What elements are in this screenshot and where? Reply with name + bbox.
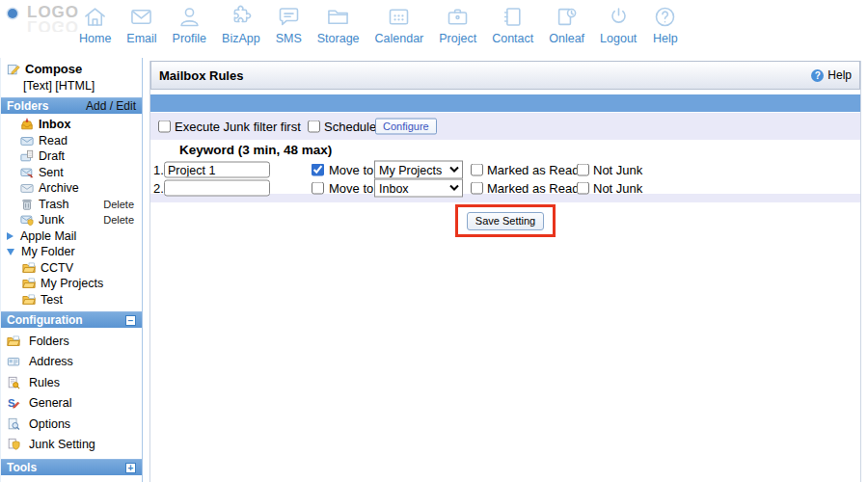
tools-header-title: Tools <box>7 461 37 474</box>
nav-item-project[interactable]: Project <box>437 4 478 45</box>
sidebar-item-cctv[interactable]: CCTV <box>1 260 142 277</box>
nav-label: Contact <box>492 32 533 45</box>
folder-mail-icon <box>22 261 36 275</box>
keyword-input-1[interactable] <box>164 162 270 178</box>
execute-junk-filter-checkbox[interactable] <box>158 120 171 133</box>
folder-label: Trash <box>39 198 69 211</box>
folders-list: Inbox Read Draft Sent Archive Trash Dele… <box>1 114 142 311</box>
delete-trash-link[interactable]: Delete <box>103 199 134 210</box>
nav-item-home[interactable]: Home <box>77 4 113 45</box>
folders-header-title: Folders <box>7 99 48 113</box>
folder-select-2[interactable]: Inbox <box>374 179 463 198</box>
nav-label: Profile <box>173 32 206 45</box>
nav-item-contact[interactable]: Contact <box>490 4 535 45</box>
nav-item-email[interactable]: Email <box>124 4 158 45</box>
sidebar-item-my-folder[interactable]: My Folder <box>1 244 142 260</box>
nav-label: BizApp <box>222 32 260 45</box>
rule-number: 1. <box>153 163 164 177</box>
move-to-checkbox-1[interactable] <box>312 164 324 176</box>
folder-label: Junk <box>39 213 64 227</box>
sidebar-item-my-projects[interactable]: My Projects <box>1 276 142 292</box>
configuration-list: Folders Address Rules S General Options … <box>1 328 142 459</box>
nav-label: Calendar <box>375 32 424 45</box>
expanded-triangle-icon[interactable] <box>7 249 14 255</box>
sidebar-item-config-folders[interactable]: Folders <box>1 331 142 352</box>
sidebar-item-test[interactable]: Test <box>1 292 142 308</box>
sidebar-item-apple-mail[interactable]: Apple Mail <box>1 228 142 245</box>
sidebar-item-inbox[interactable]: Inbox <box>1 117 142 133</box>
inbox-icon <box>20 118 34 131</box>
configure-button[interactable]: Configure <box>375 119 437 135</box>
text-mode-link[interactable]: [Text] <box>23 79 52 93</box>
top-nav: LOGO LOGO Home Email Profile BizApp SMS … <box>0 0 868 56</box>
marked-as-read-checkbox-2[interactable] <box>471 182 483 195</box>
sidebar-item-trash[interactable]: Trash Delete <box>1 197 142 213</box>
compose-button[interactable]: Compose <box>7 62 136 76</box>
compose-modes: [Text] [HTML] <box>23 79 136 93</box>
folder-mail-icon <box>22 277 36 290</box>
folder-label: My Projects <box>41 277 103 290</box>
logo-mark-icon <box>8 9 17 18</box>
nav-item-bizapp[interactable]: BizApp <box>220 4 262 45</box>
folder-label: CCTV <box>41 261 73 275</box>
save-setting-button[interactable]: Save Setting <box>467 212 544 230</box>
delete-junk-link[interactable]: Delete <box>103 214 134 226</box>
configuration-header: Configuration − <box>1 311 142 328</box>
sidebar-item-junk[interactable]: Junk Delete <box>1 212 142 228</box>
calendar-icon <box>386 4 412 30</box>
configuration-header-title: Configuration <box>7 313 83 327</box>
sidebar-item-config-general[interactable]: S General <box>1 393 142 415</box>
nav-item-sms[interactable]: SMS <box>274 4 304 45</box>
trash-icon <box>20 198 34 211</box>
folders-add-edit-link[interactable]: Add / Edit <box>86 99 136 113</box>
config-label: Address <box>29 355 73 368</box>
folders-header: Folders Add / Edit <box>1 97 142 114</box>
nav-label: Email <box>126 32 156 45</box>
bizapp-icon <box>228 4 254 30</box>
help-link[interactable]: ? Help <box>811 68 852 82</box>
project-icon <box>445 4 471 30</box>
filter-options-row: Execute Junk filter first Schedule Confi… <box>150 113 860 140</box>
nav-item-onleaf[interactable]: Onleaf <box>547 4 586 45</box>
sidebar-item-draft[interactable]: Draft <box>1 148 142 165</box>
not-junk-checkbox-2[interactable] <box>577 182 589 195</box>
main-header: Mailbox Rules ? Help <box>150 61 860 90</box>
schedule-checkbox[interactable] <box>308 120 320 133</box>
expand-toggle-icon[interactable]: + <box>125 463 136 473</box>
compose-section: Compose [Text] [HTML] <box>1 58 142 97</box>
marked-as-read-checkbox-1[interactable] <box>471 164 483 176</box>
folder-label: Read <box>39 134 68 147</box>
nav-item-logout[interactable]: Logout <box>598 4 638 45</box>
not-junk-label: Not Junk <box>593 163 642 177</box>
compose-label: Compose <box>25 62 82 76</box>
tools-header: Tools + <box>1 459 142 475</box>
logo-reflection: LOGO <box>27 16 79 32</box>
main-panel: Mailbox Rules ? Help Execute Junk filter… <box>149 61 861 482</box>
nav-item-profile[interactable]: Profile <box>171 4 208 45</box>
sidebar-item-archive[interactable]: Archive <box>1 180 142 197</box>
sidebar-item-config-rules[interactable]: Rules <box>1 372 142 393</box>
sidebar-item-read[interactable]: Read <box>1 133 142 149</box>
collapsed-triangle-icon[interactable] <box>7 232 14 240</box>
move-to-label: Move to <box>329 181 373 196</box>
keyword-input-2[interactable] <box>164 180 270 197</box>
nav-item-help[interactable]: Help <box>650 4 680 45</box>
options-doc-icon <box>7 417 20 431</box>
sidebar-item-config-address[interactable]: Address <box>1 352 142 373</box>
html-mode-link[interactable]: [HTML] <box>55 79 95 93</box>
collapse-toggle-icon[interactable]: − <box>125 315 136 326</box>
folder-select-1[interactable]: My Projects <box>374 161 463 179</box>
nav-item-calendar[interactable]: Calendar <box>373 4 426 45</box>
nav-label: Help <box>653 32 678 45</box>
not-junk-checkbox-1[interactable] <box>577 164 589 176</box>
nav-item-storage[interactable]: Storage <box>315 4 362 45</box>
move-to-checkbox-2[interactable] <box>312 182 324 195</box>
folder-label: Test <box>41 293 63 307</box>
sidebar-item-sent[interactable]: Sent <box>1 165 142 181</box>
rule-row-1: 1. Move to My Projects Marked as Read No… <box>150 160 860 179</box>
sidebar: Compose [Text] [HTML] Folders Add / Edit… <box>0 58 143 482</box>
contact-icon <box>500 4 526 30</box>
config-label: Junk Setting <box>29 438 95 451</box>
sidebar-item-config-junk-setting[interactable]: Junk Setting <box>1 435 142 456</box>
sidebar-item-config-options[interactable]: Options <box>1 414 142 435</box>
